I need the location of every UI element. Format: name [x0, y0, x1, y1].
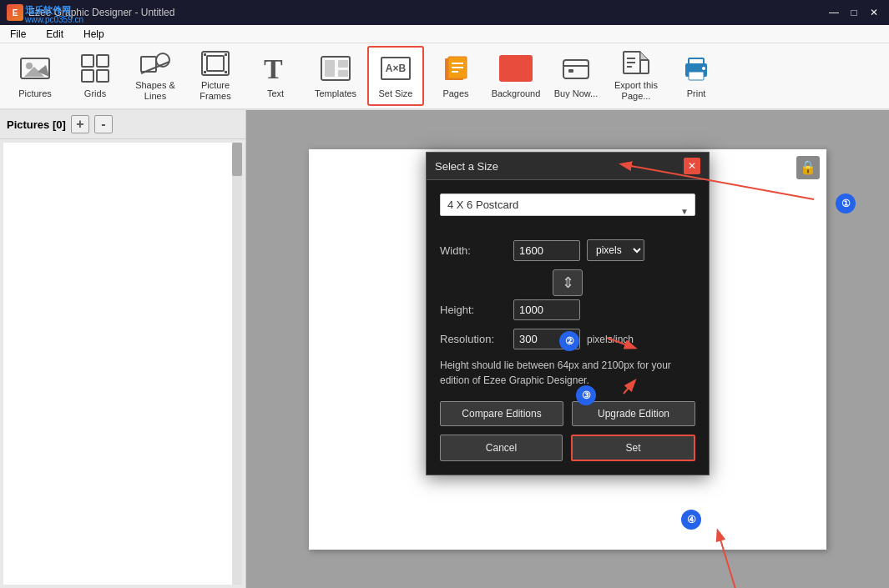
tool-text[interactable]: T Text	[247, 46, 304, 106]
export-label: Export this Page...	[612, 80, 660, 102]
panel-title: Pictures [0]	[7, 118, 66, 131]
tool-export[interactable]: Export this Page...	[608, 46, 664, 106]
svg-point-1	[26, 63, 33, 69]
svg-rect-19	[325, 60, 335, 77]
background-icon	[499, 52, 533, 85]
scrollbar[interactable]	[232, 143, 242, 585]
background-label: Background	[492, 88, 541, 99]
select-size-dialog: Select a Size ✕ 4 X 6 Postcard 5 X 7 Car…	[426, 152, 710, 475]
tool-shapes[interactable]: Shapes & Lines	[127, 46, 184, 106]
print-icon	[679, 52, 713, 85]
app-logo: E	[7, 4, 23, 21]
dialog-title: Select a Size	[435, 160, 498, 173]
resolution-label: Resolution:	[440, 333, 507, 345]
close-button[interactable]: ✕	[866, 4, 882, 21]
tool-buynow[interactable]: Buy Now...	[548, 46, 604, 106]
shapes-label: Shapes & Lines	[131, 80, 179, 102]
swap-dimensions-button[interactable]: ⇕	[553, 269, 583, 296]
svg-rect-32	[640, 60, 649, 73]
set-button[interactable]: Set	[571, 435, 695, 461]
window-controls: — □ ✕	[826, 4, 882, 21]
svg-rect-20	[338, 60, 348, 68]
print-label: Print	[687, 88, 706, 99]
upgrade-edition-button[interactable]: Upgrade Edition	[572, 401, 695, 426]
setsize-label: Set Size	[379, 88, 413, 99]
templates-label: Templates	[315, 88, 356, 99]
svg-rect-12	[207, 56, 224, 71]
svg-rect-38	[689, 72, 704, 80]
edition-buttons-row: Compare Editions Upgrade Edition	[440, 401, 695, 426]
svg-rect-4	[82, 55, 93, 67]
tool-frames[interactable]: Picture Frames	[187, 46, 244, 106]
cancel-button[interactable]: Cancel	[440, 435, 563, 461]
frames-label: Picture Frames	[191, 80, 240, 102]
unit-select[interactable]: pixels inches cm	[587, 239, 644, 261]
buynow-icon	[559, 52, 593, 85]
svg-rect-15	[204, 71, 206, 73]
menu-edit[interactable]: Edit	[43, 27, 67, 42]
tool-setsize[interactable]: A×B Set Size	[367, 46, 424, 106]
height-label: Height:	[440, 304, 507, 316]
text-icon: T	[259, 52, 292, 85]
svg-rect-21	[338, 70, 348, 77]
title-bar: E Ezee Graphic Designer - Untitled — □ ✕	[0, 0, 889, 25]
tool-background[interactable]: Background	[487, 46, 544, 106]
dialog-close-button[interactable]: ✕	[684, 158, 700, 174]
remove-picture-button[interactable]: -	[94, 115, 113, 133]
buynow-label: Buy Now...	[554, 88, 599, 99]
svg-rect-6	[82, 70, 93, 82]
panel-content	[3, 143, 242, 585]
watermark-line2: www.pc0359.cn	[25, 15, 83, 24]
annotation-1: ①	[836, 193, 856, 214]
pages-icon	[439, 52, 472, 85]
tool-pages[interactable]: Pages	[427, 46, 484, 106]
tool-print[interactable]: Print	[668, 46, 725, 106]
svg-rect-13	[204, 53, 206, 56]
tool-pictures[interactable]: Pictures	[7, 46, 63, 106]
svg-rect-14	[225, 53, 227, 56]
width-label: Width:	[440, 244, 507, 257]
scrollbar-thumb[interactable]	[232, 143, 242, 176]
toolbar: Pictures Grids Shapes & Lines	[0, 43, 889, 110]
grids-icon	[78, 52, 112, 85]
svg-marker-31	[640, 52, 649, 60]
pictures-icon	[18, 52, 52, 85]
dialog-body: 4 X 6 Postcard 5 X 7 Card 8.5 X 11 Lette…	[427, 180, 709, 475]
action-buttons-row: Cancel Set	[440, 435, 695, 461]
maximize-button[interactable]: □	[846, 4, 862, 21]
text-label: Text	[267, 88, 284, 99]
dialog-title-bar: Select a Size ✕	[427, 153, 709, 180]
panel-header: Pictures [0] + -	[0, 110, 245, 139]
svg-rect-16	[225, 71, 227, 73]
size-select[interactable]: 4 X 6 Postcard 5 X 7 Card 8.5 X 11 Lette…	[440, 193, 695, 216]
width-input[interactable]	[513, 240, 580, 261]
frames-icon	[199, 50, 232, 77]
pictures-label: Pictures	[18, 88, 52, 99]
info-text: Height should lie between 64px and 2100p…	[440, 358, 695, 388]
templates-icon	[319, 52, 352, 85]
height-row: Height:	[440, 299, 695, 320]
add-picture-button[interactable]: +	[71, 115, 89, 133]
pages-label: Pages	[442, 88, 468, 99]
compare-editions-button[interactable]: Compare Editions	[440, 401, 563, 426]
width-row: Width: pixels inches cm	[440, 239, 695, 261]
svg-rect-5	[97, 55, 109, 67]
svg-rect-7	[97, 70, 109, 82]
resolution-suffix: pixels/inch	[587, 334, 634, 345]
tool-grids[interactable]: Grids	[67, 46, 124, 106]
svg-rect-27	[563, 60, 588, 78]
menu-help[interactable]: Help	[80, 27, 108, 42]
svg-text:T: T	[264, 53, 283, 83]
annotation-3: ③	[576, 385, 596, 405]
menu-file[interactable]: File	[7, 27, 29, 42]
swap-btn-area: ⇕	[440, 269, 695, 296]
export-icon	[619, 50, 653, 77]
minimize-button[interactable]: —	[826, 4, 842, 21]
shapes-icon	[139, 50, 172, 77]
annotation-4: ④	[681, 510, 701, 530]
setsize-icon: A×B	[379, 52, 412, 85]
canvas-area: 🔒 Select a Size ✕ 4 X 6 Postcard 5 X 7 C…	[246, 110, 889, 588]
svg-point-39	[702, 67, 705, 70]
tool-templates[interactable]: Templates	[307, 46, 364, 106]
height-input[interactable]	[513, 299, 580, 320]
